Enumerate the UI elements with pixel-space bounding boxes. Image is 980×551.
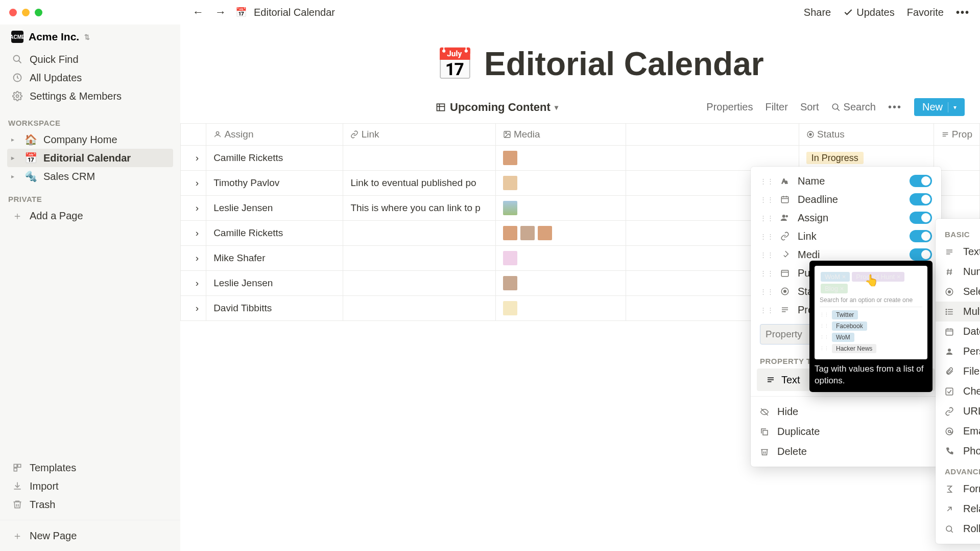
maximize-window[interactable] [35, 9, 42, 16]
grip-icon[interactable]: ⋮⋮ [760, 306, 774, 314]
search-action[interactable]: Search [831, 101, 876, 113]
media-cell[interactable] [495, 171, 626, 196]
link-cell[interactable]: Link to eventual published po [343, 171, 495, 196]
media-cell[interactable] [495, 221, 626, 246]
type-option-rollup[interactable]: Rollup [936, 519, 980, 539]
column-header-link[interactable]: Link [343, 124, 495, 146]
toggle-switch[interactable] [910, 230, 932, 242]
grip-icon[interactable]: ⋮⋮ [760, 214, 774, 222]
all-updates[interactable]: All Updates [7, 68, 173, 87]
new-button[interactable]: New ▾ [914, 98, 965, 116]
favorite-button[interactable]: Favorite [907, 7, 944, 18]
close-window[interactable] [9, 9, 17, 16]
chevron-right-icon[interactable]: ▸ [11, 136, 18, 143]
more-icon[interactable]: ••• [956, 7, 970, 18]
assign-cell[interactable]: Mike Shafer [206, 246, 343, 271]
type-option-select[interactable]: Select [936, 282, 980, 302]
media-cell[interactable] [495, 271, 626, 296]
sidebar-item-sales-crm[interactable]: ▸ 🔩 Sales CRM [7, 167, 173, 186]
assign-cell[interactable]: Timothy Pavlov [206, 171, 343, 196]
column-header-status[interactable]: Status [799, 124, 934, 146]
quick-find[interactable]: Quick Find [7, 50, 173, 68]
assign-cell[interactable]: David Tibbitts [206, 296, 343, 321]
property-toggle-row[interactable]: ⋮⋮Link [751, 227, 941, 245]
view-switcher[interactable]: Upcoming Content ▾ [436, 101, 558, 114]
type-option-phone[interactable]: Phone [936, 441, 980, 461]
minimize-window[interactable] [22, 9, 30, 16]
type-option-number[interactable]: Number [936, 262, 980, 282]
toggle-switch[interactable] [910, 175, 932, 187]
nav-back[interactable]: ← [190, 4, 206, 21]
toggle-switch[interactable] [910, 193, 932, 205]
grip-icon[interactable]: ⋮⋮ [760, 177, 774, 185]
toggle-switch[interactable] [910, 248, 932, 261]
link-cell[interactable] [343, 271, 495, 296]
media-cell[interactable] [495, 296, 626, 321]
link-cell[interactable] [343, 296, 495, 321]
column-header-media[interactable]: Media [495, 124, 626, 146]
delete-property[interactable]: Delete [751, 442, 941, 462]
type-option-formula[interactable]: Formula [936, 479, 980, 499]
hide-property[interactable]: Hide [751, 402, 941, 422]
import[interactable]: Import [7, 477, 173, 495]
grip-icon[interactable]: ⋮⋮ [760, 233, 774, 240]
page-title[interactable]: Editorial Calendar [484, 45, 764, 83]
media-thumb[interactable] [503, 251, 517, 265]
more-icon[interactable]: ••• [888, 101, 902, 113]
updates-button[interactable]: Updates [843, 7, 895, 18]
type-option-checkbox[interactable]: Checkbox [936, 381, 980, 401]
media-thumb[interactable] [503, 151, 517, 165]
chevron-right-icon[interactable]: ▸ [11, 173, 18, 180]
page-emoji[interactable]: 📅 [436, 46, 474, 82]
sort-action[interactable]: Sort [800, 101, 819, 113]
add-a-page[interactable]: ＋ Add a Page [7, 206, 173, 225]
link-cell[interactable] [343, 246, 495, 271]
filter-action[interactable]: Filter [765, 101, 787, 113]
property-toggle-row[interactable]: ⋮⋮Deadline [751, 190, 941, 209]
toggle-switch[interactable] [910, 212, 932, 224]
grip-icon[interactable]: ⋮⋮ [760, 196, 774, 203]
media-cell[interactable] [495, 196, 626, 221]
assign-cell[interactable]: Leslie Jensen [206, 271, 343, 296]
chevron-down-icon[interactable]: ▾ [953, 104, 957, 111]
grip-icon[interactable]: ⋮⋮ [760, 251, 774, 259]
type-option-url[interactable]: URL [936, 401, 980, 421]
grip-icon[interactable]: ⋮⋮ [760, 288, 774, 295]
assign-cell[interactable]: Camille Ricketts [206, 146, 343, 171]
templates[interactable]: Templates [7, 458, 173, 477]
column-header-assign[interactable]: Assign [206, 124, 343, 146]
nav-forward[interactable]: → [213, 4, 228, 21]
properties-action[interactable]: Properties [706, 101, 753, 113]
duplicate-property[interactable]: Duplicate [751, 422, 941, 442]
assign-cell[interactable]: Leslie Jensen [206, 196, 343, 221]
workspace-switcher[interactable]: ACME Acme Inc. ⇅ [7, 29, 173, 50]
new-page-button[interactable]: ＋ New Page [7, 526, 173, 545]
sidebar-item-company-home[interactable]: ▸ 🏠 Company Home [7, 130, 173, 149]
type-option-files-media[interactable]: Files & Media [936, 361, 980, 381]
settings-members[interactable]: Settings & Members [7, 87, 173, 105]
media-thumb[interactable] [503, 276, 517, 290]
type-option-relation[interactable]: Relation [936, 499, 980, 519]
media-thumb[interactable] [503, 176, 517, 190]
type-option-date[interactable]: Date [936, 322, 980, 341]
grip-icon[interactable]: ⋮⋮ [760, 269, 774, 277]
media-cell[interactable] [495, 146, 626, 171]
breadcrumb-title[interactable]: Editorial Calendar [254, 7, 335, 18]
type-option-person[interactable]: Person [936, 341, 980, 361]
type-option-email[interactable]: Email [936, 421, 980, 441]
property-toggle-row[interactable]: ⋮⋮Assign [751, 209, 941, 227]
share-button[interactable]: Share [804, 7, 831, 18]
link-cell[interactable]: This is where you can link to p [343, 196, 495, 221]
media-thumb[interactable] [503, 201, 517, 215]
chevron-right-icon[interactable]: ▸ [11, 154, 18, 162]
media-cell[interactable] [495, 246, 626, 271]
trash[interactable]: Trash [7, 495, 173, 514]
sidebar-item-editorial-calendar[interactable]: ▸ 📅 Editorial Calendar [7, 149, 173, 167]
media-thumb[interactable] [503, 301, 517, 315]
assign-cell[interactable]: Camille Ricketts [206, 221, 343, 246]
type-option-text[interactable]: Text [936, 242, 980, 262]
type-option-multi-select[interactable]: Multi-Select [936, 302, 980, 322]
column-header-prop[interactable]: Prop [934, 124, 979, 146]
link-cell[interactable] [343, 146, 495, 171]
link-cell[interactable] [343, 221, 495, 246]
